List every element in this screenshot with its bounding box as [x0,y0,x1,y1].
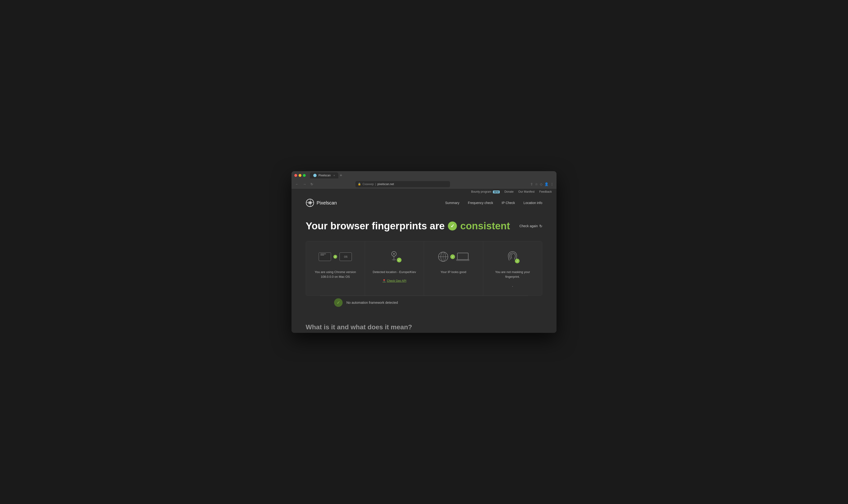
feedback-link[interactable]: Feedback [539,190,552,193]
geo-api-link[interactable]: 📍 Check Geo API [382,279,406,283]
location-card: ✓ Detected location - Europe/Kiev 📍 Chec… [365,241,424,295]
minimize-button[interactable] [299,174,301,177]
svg-point-1 [309,202,311,203]
location-icon-area: ✓ [387,249,401,265]
geo-api-label: Check Geo API [387,279,406,283]
top-nav: Bounty program NEW Donate Our Manifest F… [292,188,556,195]
title-bar: Pixelscan × + [292,171,556,180]
bounty-program-link[interactable]: Bounty program NEW [471,190,500,193]
ip-card: ✓ Your IP looks good [424,241,483,295]
browser-tab[interactable]: Pixelscan × [310,172,338,179]
new-badge: NEW [493,191,500,193]
share-icon[interactable]: ⇧ [530,182,533,186]
bottom-partial-title: What is it and what does it mean? [306,323,542,331]
fingerprint-dot: · [512,284,513,288]
location-text: Detected location - Europe/Kiev [373,270,416,274]
refresh-icon: ↻ [539,224,542,228]
tab-favicon [313,174,316,177]
browser-os-text: You are using Chrome version 108.0.0.0 o… [312,270,359,279]
nav-links: Summary Frequency check IP Check Locatio… [445,201,542,205]
logo-text: Pixelscan [316,200,337,206]
pin-icon: 📍 [382,279,386,283]
nav-summary[interactable]: Summary [445,201,460,205]
our-manifest-link[interactable]: Our Manifest [518,190,535,193]
extensions-icon[interactable]: ◇ [540,182,542,186]
menu-icon[interactable]: ⋮ [550,182,554,186]
bottom-partial: What is it and what does it mean? [292,319,556,333]
donate-link[interactable]: Donate [504,190,514,193]
nav-frequency-check[interactable]: Frequency check [468,201,493,205]
consistent-check-icon: ✓ [448,221,457,231]
status-check-circle: ✓ [334,298,343,307]
browser-box-icon [319,252,331,261]
ip-check-badge: ✓ [450,254,455,259]
url-separator: | [375,182,376,186]
address-bar: ← → ↻ 🔒 Сканнер | pixelscan.net ⇧ ☆ ◇ 👤 … [292,180,556,188]
tab-title: Pixelscan [318,174,331,177]
traffic-lights [294,174,306,177]
tab-close-button[interactable]: × [333,174,335,177]
cards-grid: ✓ OS You are using Chrome version 108.0.… [306,241,542,296]
main-nav: Pixelscan Summary Frequency check IP Che… [292,195,556,211]
nav-ip-check[interactable]: IP Check [502,201,515,205]
url-label: Сканнер [363,182,374,186]
cards-section: ✓ OS You are using Chrome version 108.0.… [292,236,556,319]
forward-button[interactable]: → [302,182,307,186]
new-tab-button[interactable]: + [340,173,342,178]
status-bar: ✓ No automation framework detected [320,296,528,311]
hero-title-text: Your browser fingerprints are [306,220,445,232]
nav-location-info[interactable]: Location info [524,201,542,205]
svg-rect-9 [456,259,469,260]
url-bar[interactable]: 🔒 Сканнер | pixelscan.net [356,181,450,187]
browser-check-badge: ✓ [333,254,338,259]
logo-icon [306,199,314,207]
location-check-badge: ✓ [397,258,401,263]
check-again-button[interactable]: Check again ↻ [519,224,542,228]
svg-rect-8 [457,253,468,259]
close-button[interactable] [294,174,297,177]
laptop-icon [456,252,469,261]
hero-title: Your browser fingerprints are ✓ consiste… [306,220,510,232]
globe-icon [437,251,449,263]
browser-window: Pixelscan × + ← → ↻ 🔒 Сканнер | pixelsca… [292,171,556,333]
ip-icon-area: ✓ [437,249,469,265]
browser-os-card: ✓ OS You are using Chrome version 108.0.… [306,241,365,295]
ip-text: Your IP looks good [440,270,466,274]
logo: Pixelscan [306,199,337,207]
status-text: No automation framework detected [346,301,398,305]
bookmark-icon[interactable]: ☆ [535,182,538,186]
os-box-icon: OS [340,252,352,261]
check-again-label: Check again [519,224,538,228]
browser-toolbar: ⇧ ☆ ◇ 👤 ⋮ [530,182,554,186]
maximize-button[interactable] [303,174,306,177]
url-domain: pixelscan.net [377,182,394,186]
back-button[interactable]: ← [294,182,299,186]
svg-point-3 [393,253,395,255]
lock-icon: 🔒 [358,182,361,185]
fingerprint-card: ✓ You are not masking your fingerprint. … [483,241,542,295]
consistent-label: consistent [460,220,510,232]
profile-icon[interactable]: 👤 [544,182,549,186]
fingerprint-text: You are not masking your fingerprint. [489,270,537,279]
hero-section: Your browser fingerprints are ✓ consiste… [292,211,556,236]
fingerprint-icon-area: ✓ [505,249,520,265]
browser-os-icon-area: ✓ OS [319,249,352,265]
tab-bar: Pixelscan × + [310,172,554,179]
reload-button[interactable]: ↻ [310,182,314,186]
